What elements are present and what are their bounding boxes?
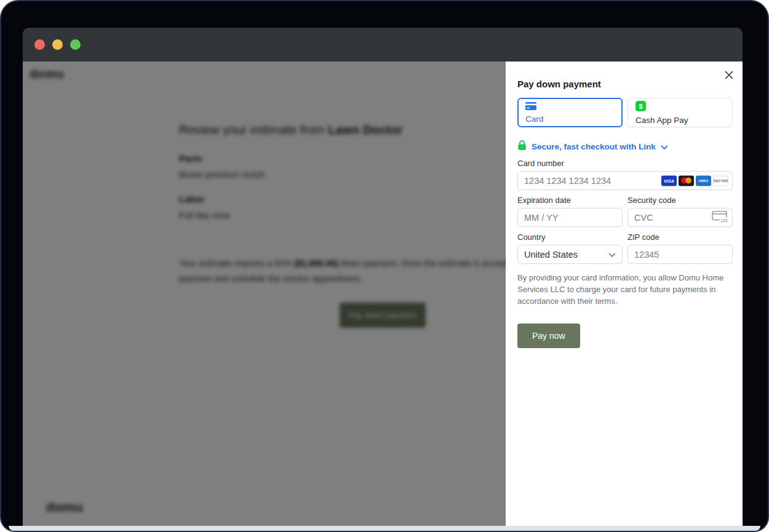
card-number-label: Card number — [517, 159, 733, 168]
close-window-button[interactable] — [34, 39, 45, 50]
country-select[interactable]: United States — [517, 245, 623, 264]
cvc-field-wrap: 123 — [628, 208, 733, 227]
mastercard-icon — [679, 175, 694, 186]
page-body: domu Review your estimate from Lawn Doct… — [23, 62, 743, 526]
tab-card[interactable]: Card — [517, 98, 623, 127]
link-banner-label: Secure, fast checkout with Link — [532, 142, 656, 151]
close-icon[interactable] — [723, 69, 735, 81]
svg-text:123: 123 — [721, 218, 728, 222]
cvc-card-icon: 123 — [712, 210, 728, 224]
panel-title: Pay down payment — [517, 62, 733, 89]
svg-text:$: $ — [639, 102, 643, 109]
visa-icon: VISA — [661, 175, 677, 186]
payment-panel: Pay down payment Card $ Cash App Pay — [506, 62, 743, 526]
security-code-label: Security code — [628, 196, 733, 205]
card-brand-badges: VISA AMEX DISCVER — [661, 175, 728, 186]
card-icon — [525, 101, 615, 113]
tab-cash-app-pay[interactable]: $ Cash App Pay — [628, 98, 733, 127]
dimmed-page-backdrop: domu Review your estimate from Lawn Doct… — [23, 62, 506, 526]
discover-icon: DISCVER — [713, 175, 728, 186]
screenshot-stage: domu Review your estimate from Lawn Doct… — [0, 0, 769, 532]
card-number-field-wrap: VISA AMEX DISCVER — [517, 171, 733, 190]
tab-card-label: Card — [525, 114, 615, 124]
country-label: Country — [517, 232, 623, 242]
link-checkout-banner[interactable]: Secure, fast checkout with Link — [517, 140, 733, 153]
device-bottom-rim — [9, 526, 760, 531]
amex-icon: AMEX — [696, 175, 711, 186]
pay-now-button[interactable]: Pay now — [517, 324, 580, 348]
payment-method-tabs: Card $ Cash App Pay — [517, 98, 733, 127]
cash-app-icon: $ — [636, 101, 725, 114]
modal-overlay — [23, 62, 506, 526]
zip-label: ZIP code — [628, 232, 733, 242]
chevron-down-icon — [661, 141, 668, 153]
lock-icon — [517, 140, 527, 153]
zip-input[interactable] — [628, 245, 733, 264]
zoom-window-button[interactable] — [70, 39, 81, 50]
expiration-label: Expiration date — [517, 196, 623, 205]
tab-cash-app-pay-label: Cash App Pay — [636, 116, 725, 125]
card-disclaimer-text: By providing your card information, you … — [517, 272, 733, 308]
country-value: United States — [524, 250, 578, 260]
minimize-window-button[interactable] — [52, 39, 63, 50]
select-chevron-icon — [608, 250, 616, 260]
window-titlebar — [23, 28, 743, 62]
expiration-input[interactable] — [517, 208, 623, 227]
app-window: domu Review your estimate from Lawn Doct… — [23, 28, 743, 526]
